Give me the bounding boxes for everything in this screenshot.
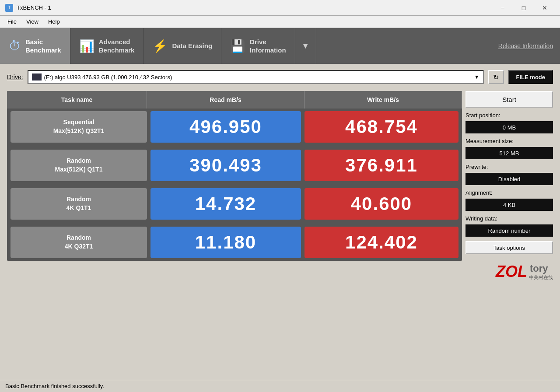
- minimize-button[interactable]: −: [493, 2, 513, 14]
- table-row: Random4K Q1T1 14.732 40.600: [7, 186, 462, 224]
- read-value-0: 496.950: [150, 111, 301, 143]
- write-value-0: 468.754: [304, 111, 458, 143]
- header-read: Read mB/s: [147, 91, 304, 108]
- data-erasing-label: Data Erasing: [172, 42, 212, 50]
- prewrite-label: Prewrite:: [466, 164, 553, 170]
- menu-file[interactable]: File: [4, 17, 21, 27]
- advanced-benchmark-label: AdvancedBenchmark: [99, 38, 135, 55]
- advanced-benchmark-icon: 📊: [79, 39, 94, 53]
- alignment-value: 4 KB: [466, 199, 553, 211]
- toolbar: ⏱ BasicBenchmark 📊 AdvancedBenchmark ⚡ D…: [0, 28, 560, 64]
- toolbar-data-erasing[interactable]: ⚡ Data Erasing: [144, 28, 221, 64]
- write-value-1: 376.911: [304, 150, 458, 181]
- tory-text: tory: [530, 263, 548, 274]
- window-title: TxBENCH - 1: [17, 4, 51, 11]
- drive-information-icon: 💾: [230, 39, 245, 53]
- menu-help[interactable]: Help: [44, 17, 64, 27]
- toolbar-drive-information[interactable]: 💾 DriveInformation: [221, 28, 295, 64]
- read-value-3: 11.180: [150, 227, 301, 258]
- toolbar-basic-benchmark[interactable]: ⏱ BasicBenchmark: [0, 28, 70, 64]
- header-task: Task name: [7, 91, 147, 108]
- benchmark-table: Task name Read mB/s Write mB/s Sequentia…: [7, 91, 462, 261]
- title-bar: T TxBENCH - 1 − □ ✕: [0, 0, 560, 16]
- refresh-button[interactable]: ↻: [488, 70, 504, 84]
- write-value-3: 124.402: [304, 227, 458, 258]
- table-header: Task name Read mB/s Write mB/s: [7, 91, 462, 108]
- drive-select-value: (E:) aigo U393 476.93 GB (1,000,210,432 …: [44, 74, 172, 80]
- data-erasing-icon: ⚡: [152, 39, 168, 53]
- file-mode-button[interactable]: FILE mode: [508, 70, 553, 84]
- start-position-label: Start position:: [466, 112, 553, 119]
- start-button[interactable]: Start: [466, 91, 553, 108]
- menu-bar: File View Help: [0, 16, 560, 28]
- toolbar-dropdown[interactable]: ▼: [295, 28, 316, 64]
- write-value-2: 40.600: [304, 188, 458, 220]
- measurement-size-value: 512 MB: [466, 147, 553, 159]
- task-name-3: Random4K Q32T1: [10, 227, 147, 258]
- writing-data-label: Writing data:: [466, 215, 553, 222]
- drive-select[interactable]: (E:) aigo U393 476.93 GB (1,000,210,432 …: [28, 70, 484, 84]
- table-row: SequentialMax(512K) Q32T1 496.950 468.75…: [7, 108, 462, 147]
- maximize-button[interactable]: □: [514, 2, 534, 14]
- task-name-0: SequentialMax(512K) Q32T1: [10, 111, 147, 143]
- drive-label: Drive:: [7, 74, 23, 80]
- drive-information-label: DriveInformation: [250, 38, 286, 55]
- basic-benchmark-icon: ⏱: [9, 39, 21, 53]
- table-row: RandomMax(512K) Q1T1 390.493 376.911: [7, 147, 462, 186]
- header-write: Write mB/s: [304, 91, 462, 108]
- table-row: Random4K Q32T1 11.180 124.402: [7, 224, 462, 261]
- start-position-value: 0 MB: [466, 121, 553, 133]
- task-name-2: Random4K Q1T1: [10, 188, 147, 220]
- task-options-button[interactable]: Task options: [466, 241, 553, 254]
- zol-watermark: ZOL tory 中关村在线: [466, 259, 553, 285]
- window-controls: − □ ✕: [493, 2, 555, 14]
- toolbar-advanced-benchmark[interactable]: 📊 AdvancedBenchmark: [70, 28, 144, 64]
- zol-subtext: 中关村在线: [529, 274, 553, 280]
- status-message: Basic Benchmark finished successfully.: [5, 383, 104, 389]
- menu-view[interactable]: View: [22, 17, 42, 27]
- read-value-1: 390.493: [150, 150, 301, 181]
- right-panel: Start Start position: 0 MB Measurement s…: [466, 91, 553, 285]
- read-value-2: 14.732: [150, 188, 301, 220]
- measurement-size-label: Measurement size:: [466, 138, 553, 144]
- alignment-label: Alignment:: [466, 189, 553, 196]
- app-icon: T: [5, 4, 13, 12]
- main-content: Drive: (E:) aigo U393 476.93 GB (1,000,2…: [0, 64, 560, 380]
- task-name-1: RandomMax(512K) Q1T1: [10, 150, 147, 181]
- writing-data-value: Random number: [466, 224, 553, 237]
- release-info-link[interactable]: Release Information: [316, 28, 560, 64]
- close-button[interactable]: ✕: [535, 2, 555, 14]
- basic-benchmark-label: BasicBenchmark: [25, 38, 61, 55]
- drive-row: Drive: (E:) aigo U393 476.93 GB (1,000,2…: [7, 70, 553, 84]
- drive-select-arrow: ▼: [474, 74, 480, 80]
- status-bar: Basic Benchmark finished successfully.: [0, 380, 560, 392]
- prewrite-value: Disabled: [466, 173, 553, 185]
- zol-logo: ZOL: [496, 262, 527, 281]
